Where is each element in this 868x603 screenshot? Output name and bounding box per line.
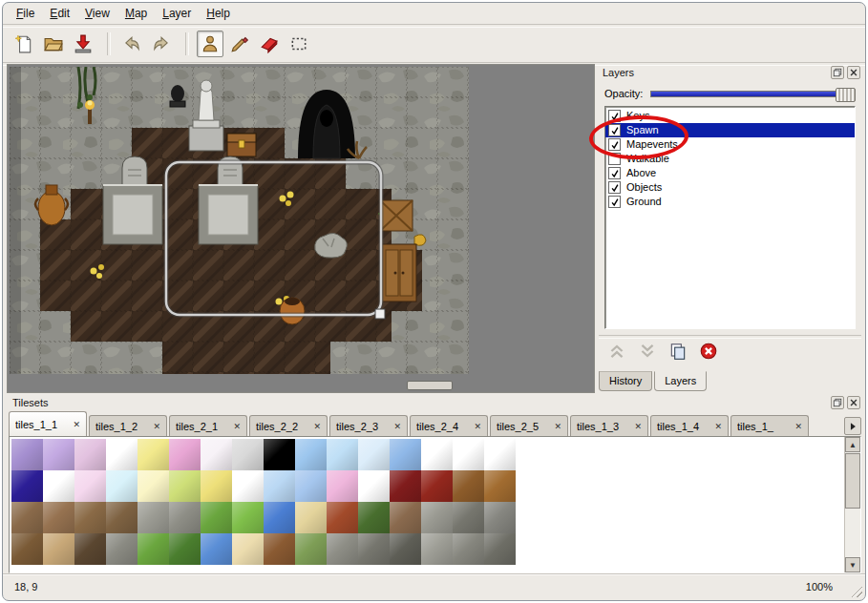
layer-visibility-checkbox[interactable] [608,181,621,194]
menu-item-help[interactable]: Help [199,5,238,22]
palette-tile[interactable] [421,439,453,470]
layer-visibility-checkbox[interactable] [608,153,621,165]
palette-tile[interactable] [43,439,74,470]
palette-tile[interactable] [390,533,421,565]
tab-close-icon[interactable]: ✕ [550,422,561,431]
menu-item-view[interactable]: View [77,5,117,22]
palette-tile[interactable] [295,470,327,502]
tileset-tab-tiles_2_2[interactable]: tiles_2_2✕ [249,415,328,436]
tab-close-icon[interactable]: ✕ [390,422,401,431]
palette-tile[interactable] [106,439,138,470]
layer-row-spawn[interactable]: Spawn [605,123,855,137]
palette-tile[interactable] [295,502,327,533]
scroll-down-button[interactable]: ▼ [845,557,860,572]
layer-visibility-checkbox[interactable] [608,124,621,136]
resize-grip-icon[interactable] [850,585,862,597]
palette-tile[interactable] [74,533,106,565]
move-down-button[interactable] [637,341,658,362]
palette-tile[interactable] [390,470,421,502]
tileset-tab-tiles_2_3[interactable]: tiles_2_3✕ [329,415,408,436]
tileset-tab-tiles_2_1[interactable]: tiles_2_1✕ [169,415,247,436]
layer-visibility-checkbox[interactable] [608,167,621,179]
stamp-tool-button[interactable] [197,31,223,57]
close-button[interactable] [847,66,860,79]
menu-item-file[interactable]: File [9,5,42,22]
layer-row-objects[interactable]: Objects [605,180,855,195]
palette-tile[interactable] [327,439,358,470]
palette-tile[interactable] [484,502,516,533]
palette-tile[interactable] [43,502,74,533]
palette-tile[interactable] [74,439,106,470]
palette-tile[interactable] [421,470,453,502]
tileset-tab-tiles_1_[interactable]: tiles_1_✕ [730,415,809,436]
eraser-tool-button[interactable] [256,31,283,57]
palette-tile[interactable] [358,470,390,502]
palette-tile[interactable] [390,502,421,533]
save-button[interactable] [70,31,96,57]
tileset-tab-tiles_1_1[interactable]: tiles_1_1✕ [9,411,87,436]
tab-close-icon[interactable]: ✕ [791,422,802,431]
palette-tile[interactable] [138,533,169,565]
select-tool-button[interactable] [286,31,312,57]
palette-tile[interactable] [264,502,295,533]
palette-tile[interactable] [138,470,169,502]
palette-tile[interactable] [11,470,43,502]
palette-tile[interactable] [327,533,358,565]
palette-scrollbar[interactable]: ▲ ▼ [844,437,860,572]
map-canvas-pane[interactable] [7,64,595,393]
palette-tile[interactable] [43,470,74,502]
paint-tool-button[interactable] [226,31,253,57]
palette-tile[interactable] [74,502,106,533]
layer-visibility-checkbox[interactable] [608,196,621,208]
palette-tile[interactable] [169,439,201,470]
layer-row-walkable[interactable]: Walkable [605,152,855,166]
tab-scroll-right-button[interactable] [844,417,861,435]
tileset-tab-tiles_2_4[interactable]: tiles_2_4✕ [410,415,488,436]
palette-tile[interactable] [11,502,43,533]
palette-tile[interactable] [232,439,264,470]
dock-tab-history[interactable]: History [599,371,652,391]
palette-tile[interactable] [201,439,232,470]
map-canvas[interactable] [10,67,469,374]
palette-tile[interactable] [453,439,484,470]
dock-tab-layers[interactable]: Layers [654,371,707,391]
layer-row-ground[interactable]: Ground [605,195,855,209]
float-button[interactable] [831,396,844,409]
palette-tile[interactable] [43,533,74,565]
opacity-slider-handle[interactable] [836,88,856,102]
palette-tile[interactable] [106,470,138,502]
tab-close-icon[interactable]: ✕ [710,422,722,431]
palette-tile[interactable] [106,502,138,533]
palette-tile[interactable] [232,470,264,502]
palette-tile[interactable] [358,502,390,533]
palette-tile[interactable] [295,533,327,565]
layer-row-above[interactable]: Above [605,166,855,180]
palette-tile[interactable] [264,470,295,502]
palette-tile[interactable] [138,439,169,470]
opacity-slider[interactable] [650,88,856,99]
palette-tile[interactable] [484,439,516,470]
tab-close-icon[interactable]: ✕ [229,422,241,431]
palette-tile[interactable] [484,470,516,502]
palette-tile[interactable] [106,533,138,565]
palette-tile[interactable] [327,470,358,502]
palette-tile[interactable] [74,470,106,502]
scroll-up-button[interactable]: ▲ [845,437,860,452]
palette-tile[interactable] [390,439,421,470]
duplicate-button[interactable] [667,341,688,362]
palette-tile[interactable] [232,533,264,565]
layer-row-keys[interactable]: Keys [605,109,855,123]
palette-tile[interactable] [421,533,453,565]
tab-close-icon[interactable]: ✕ [309,422,321,431]
palette-tile[interactable] [264,533,295,565]
palette-tile[interactable] [169,533,201,565]
palette-tile[interactable] [421,502,453,533]
menu-item-layer[interactable]: Layer [155,5,199,22]
palette-tile[interactable] [201,502,232,533]
float-button[interactable] [831,66,844,79]
layer-visibility-checkbox[interactable] [608,110,621,122]
palette-tile[interactable] [453,502,484,533]
palette-tile[interactable] [453,533,484,565]
palette-tile[interactable] [232,502,264,533]
palette-tile[interactable] [169,470,201,502]
